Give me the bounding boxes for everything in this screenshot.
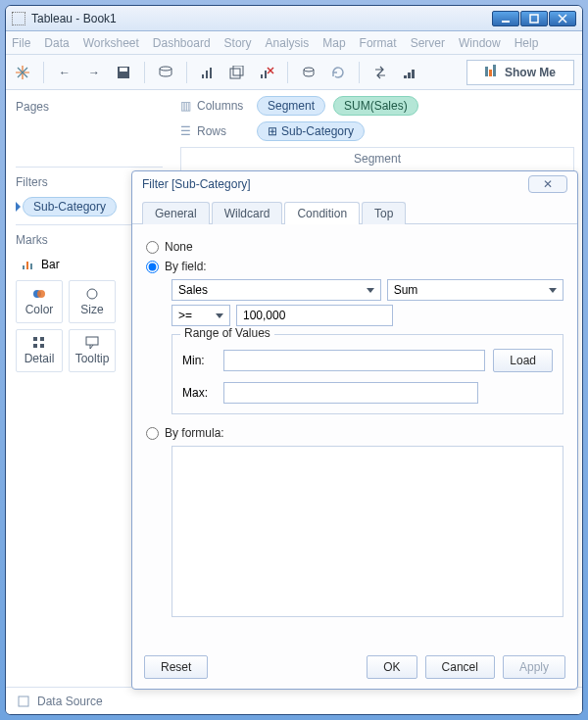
refresh-icon[interactable] xyxy=(329,64,347,81)
datasource-tab[interactable]: Data Source xyxy=(37,695,103,708)
viz-header-segment: Segment xyxy=(354,152,401,166)
formula-textarea[interactable] xyxy=(172,446,564,617)
tab-general[interactable]: General xyxy=(142,202,210,224)
rows-pill-subcategory[interactable]: ⊞Sub-Category xyxy=(257,121,365,141)
tooltip-icon xyxy=(85,336,99,350)
max-label: Max: xyxy=(182,386,216,400)
radio-byfield-label: By field: xyxy=(165,260,207,273)
svg-point-20 xyxy=(304,68,314,72)
radio-byformula-label: By formula: xyxy=(165,426,224,440)
load-button[interactable]: Load xyxy=(493,349,553,372)
value-input[interactable] xyxy=(236,305,393,326)
chevron-down-icon xyxy=(216,313,223,318)
minimize-button[interactable] xyxy=(492,11,519,26)
ok-button[interactable]: OK xyxy=(367,655,416,679)
menu-story[interactable]: Story xyxy=(224,36,252,50)
operator-dropdown[interactable]: >= xyxy=(172,305,230,326)
maximize-button[interactable] xyxy=(520,11,548,26)
tab-top[interactable]: Top xyxy=(362,202,406,224)
filter-pill-subcategory[interactable]: Sub-Category xyxy=(23,197,117,216)
svg-rect-15 xyxy=(233,66,243,75)
autoupdate-icon[interactable] xyxy=(300,64,318,81)
menu-window[interactable]: Window xyxy=(459,36,501,50)
svg-rect-24 xyxy=(23,265,24,269)
showme-label: Show Me xyxy=(505,66,556,79)
menu-dashboard[interactable]: Dashboard xyxy=(153,36,211,50)
titlebar: Tableau - Book1 xyxy=(6,6,582,31)
aggregation-dropdown[interactable]: Sum xyxy=(387,279,564,301)
rows-shelf[interactable]: ☰Rows ⊞Sub-Category xyxy=(180,121,574,141)
clear-icon[interactable] xyxy=(258,64,275,81)
svg-rect-13 xyxy=(210,68,212,78)
svg-rect-33 xyxy=(40,344,44,348)
separator xyxy=(16,167,163,168)
columns-pill-sales[interactable]: SUM(Sales) xyxy=(333,96,418,116)
columns-label: Columns xyxy=(197,99,243,113)
marks-tooltip[interactable]: Tooltip xyxy=(69,329,116,372)
reset-button[interactable]: Reset xyxy=(144,655,208,679)
range-group: Range of Values Min: Load Max: xyxy=(172,334,564,414)
svg-point-29 xyxy=(87,289,97,299)
marks-detail[interactable]: Detail xyxy=(16,329,63,372)
tableau-logo-icon[interactable] xyxy=(14,64,31,81)
svg-rect-25 xyxy=(26,262,28,269)
new-worksheet-icon[interactable] xyxy=(199,64,217,81)
radio-none-label: None xyxy=(165,240,193,254)
max-input[interactable] xyxy=(223,382,478,404)
menu-worksheet[interactable]: Worksheet xyxy=(83,36,139,50)
columns-shelf[interactable]: ▥Columns Segment SUM(Sales) xyxy=(180,96,574,116)
sort-asc-icon[interactable] xyxy=(401,64,418,81)
marks-size[interactable]: Size xyxy=(69,280,116,323)
menu-analysis[interactable]: Analysis xyxy=(266,36,310,50)
columns-pill-segment[interactable]: Segment xyxy=(257,96,325,116)
swap-icon[interactable] xyxy=(371,64,389,81)
datasource-tab-icon xyxy=(18,696,29,707)
separator xyxy=(287,62,288,83)
close-button[interactable] xyxy=(549,11,576,26)
svg-rect-9 xyxy=(120,68,127,72)
detail-icon xyxy=(32,336,46,350)
svg-rect-14 xyxy=(230,69,240,78)
pages-shelf[interactable] xyxy=(16,121,163,159)
radio-byfield[interactable] xyxy=(146,261,159,273)
radio-byformula[interactable] xyxy=(146,427,159,440)
svg-rect-35 xyxy=(19,696,28,706)
svg-rect-17 xyxy=(265,71,267,78)
cancel-button[interactable]: Cancel xyxy=(425,655,495,679)
datasource-icon[interactable] xyxy=(157,64,174,81)
menu-server[interactable]: Server xyxy=(411,36,445,50)
save-icon[interactable] xyxy=(115,64,132,81)
tab-condition[interactable]: Condition xyxy=(284,202,360,224)
menu-data[interactable]: Data xyxy=(44,36,69,50)
tab-wildcard[interactable]: Wildcard xyxy=(212,202,283,224)
svg-rect-31 xyxy=(40,337,44,341)
apply-button[interactable]: Apply xyxy=(503,655,565,679)
svg-rect-32 xyxy=(33,344,37,348)
bottom-bar: Data Source xyxy=(6,687,582,714)
menu-format[interactable]: Format xyxy=(360,36,397,50)
forward-icon[interactable]: → xyxy=(85,64,103,81)
window-title: Tableau - Book1 xyxy=(31,12,117,25)
separator xyxy=(144,62,145,83)
dialog-close-button[interactable]: ✕ xyxy=(528,175,567,193)
svg-rect-26 xyxy=(30,264,32,269)
field-dropdown[interactable]: Sales xyxy=(172,279,381,301)
radio-none[interactable] xyxy=(146,241,159,254)
dialog-title: Filter [Sub-Category] xyxy=(142,177,251,191)
filter-dialog: Filter [Sub-Category] ✕ General Wildcard… xyxy=(131,170,578,690)
plus-icon: ⊞ xyxy=(268,124,277,138)
back-icon[interactable]: ← xyxy=(56,64,74,81)
svg-rect-30 xyxy=(33,337,37,341)
marks-color[interactable]: Color xyxy=(16,280,63,323)
filter-marker-icon xyxy=(16,202,21,212)
size-icon xyxy=(85,287,99,301)
toolbar: ← → Show Me xyxy=(6,55,582,90)
menu-map[interactable]: Map xyxy=(322,36,345,50)
min-input[interactable] xyxy=(223,350,485,371)
duplicate-icon[interactable] xyxy=(228,64,246,81)
showme-button[interactable]: Show Me xyxy=(466,60,574,85)
separator xyxy=(359,62,360,83)
svg-rect-12 xyxy=(206,71,208,78)
menu-file[interactable]: File xyxy=(12,36,30,50)
menu-help[interactable]: Help xyxy=(514,36,539,50)
